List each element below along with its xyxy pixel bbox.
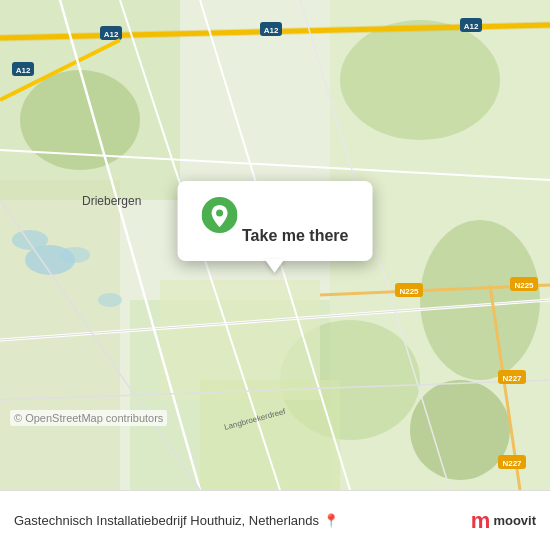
svg-text:N225: N225	[514, 281, 534, 290]
svg-text:A12: A12	[16, 66, 31, 75]
footer-business-info: Gastechnisch Installatiebedrijf Houthuiz…	[14, 513, 461, 528]
footer: Gastechnisch Installatiebedrijf Houthuiz…	[0, 490, 550, 550]
svg-point-9	[410, 380, 510, 480]
country-name: Netherlands	[249, 513, 319, 528]
map-attribution: © OpenStreetMap contributors	[10, 410, 167, 426]
svg-point-50	[216, 209, 223, 216]
svg-text:A12: A12	[464, 22, 479, 31]
svg-point-14	[98, 293, 122, 307]
svg-text:N225: N225	[399, 287, 419, 296]
svg-text:N227: N227	[502, 374, 522, 383]
moovit-icon: m	[471, 508, 491, 534]
location-popup: Take me there	[178, 181, 373, 261]
svg-text:N227: N227	[502, 459, 522, 468]
location-pin-icon	[202, 197, 238, 233]
svg-text:A12: A12	[104, 30, 119, 39]
pin-emoji: 📍	[323, 513, 339, 528]
svg-point-12	[12, 230, 48, 250]
svg-point-13	[60, 247, 90, 263]
business-name: Gastechnisch Installatiebedrijf Houthuiz…	[14, 513, 245, 528]
svg-point-8	[420, 220, 540, 380]
svg-text:A12: A12	[264, 26, 279, 35]
take-me-there-button[interactable]: Take me there	[242, 227, 348, 245]
svg-point-7	[340, 20, 500, 140]
svg-text:Driebergen: Driebergen	[82, 194, 141, 208]
svg-rect-16	[200, 380, 340, 490]
moovit-text: moovit	[493, 513, 536, 528]
map-container: A12 A12 A12 A12 N225 N225 N227	[0, 0, 550, 490]
moovit-logo: m moovit	[471, 508, 536, 534]
